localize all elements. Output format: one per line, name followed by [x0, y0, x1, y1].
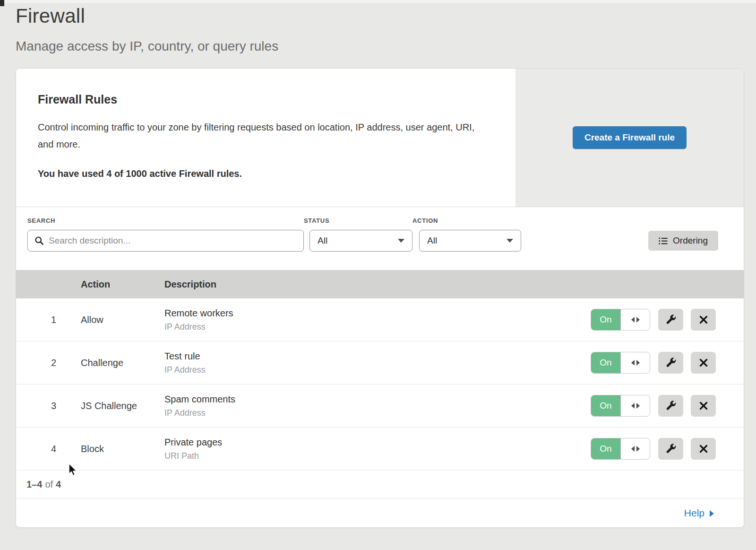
- rule-description: Private pages: [164, 437, 591, 448]
- edit-rule-button[interactable]: [658, 395, 683, 417]
- close-icon: [699, 401, 708, 410]
- toggle-arrows-icon: [621, 309, 650, 330]
- delete-rule-button[interactable]: [691, 352, 716, 374]
- rule-priority: 2: [26, 358, 81, 368]
- help-arrow-icon: [710, 510, 714, 517]
- firewall-rules-description: Control incoming traffic to your zone by…: [38, 119, 487, 153]
- action-selected-value: All: [427, 236, 437, 246]
- pagination-range: 1–4: [26, 479, 42, 490]
- status-selected-value: All: [318, 236, 327, 246]
- page-subtitle: Manage access by IP, country, or query r…: [16, 39, 756, 54]
- edit-rule-button[interactable]: [658, 309, 683, 331]
- card-footer: Help: [16, 498, 744, 527]
- rule-priority: 1: [26, 314, 81, 325]
- wrench-icon: [666, 358, 676, 368]
- pagination-of-label: of: [45, 479, 53, 490]
- toggle-arrows-icon: [621, 352, 650, 373]
- pagination-total: 4: [56, 479, 61, 490]
- edit-rule-button[interactable]: [658, 438, 683, 460]
- rule-match-type: IP Address: [164, 408, 591, 418]
- table-row: 1 Allow Remote workers IP Address On: [16, 298, 744, 341]
- toggle-on-label: On: [591, 395, 621, 416]
- ordering-icon: [659, 237, 668, 245]
- table-row: 2 Challenge Test rule IP Address On: [16, 341, 744, 384]
- rule-toggle[interactable]: On: [591, 309, 650, 331]
- toggle-arrows-icon: [621, 438, 650, 459]
- wrench-icon: [666, 401, 676, 411]
- search-label: SEARCH: [27, 217, 304, 224]
- close-icon: [699, 315, 708, 324]
- search-input[interactable]: [49, 236, 297, 246]
- wrench-icon: [666, 444, 676, 454]
- page-header: Firewall Manage access by IP, country, o…: [0, 0, 756, 54]
- edit-rule-button[interactable]: [658, 352, 683, 374]
- ordering-button-label: Ordering: [673, 236, 708, 246]
- toggle-arrows-icon: [621, 395, 650, 416]
- filter-bar: SEARCH STATUS All ACTION All: [16, 207, 744, 270]
- rule-description: Remote workers: [164, 308, 591, 319]
- search-icon: [34, 236, 44, 245]
- rule-toggle[interactable]: On: [591, 438, 650, 460]
- create-rule-panel: Create a Firewall rule: [515, 69, 744, 207]
- rule-action: Block: [81, 444, 164, 454]
- firewall-rules-usage: You have used 4 of 1000 active Firewall …: [38, 168, 497, 179]
- wrench-icon: [666, 314, 676, 325]
- firewall-rules-heading: Firewall Rules: [38, 93, 497, 106]
- pagination: 1–4 of 4: [16, 471, 744, 498]
- rule-toggle[interactable]: On: [591, 352, 650, 374]
- column-header-description: Description: [164, 279, 744, 290]
- column-header-action: Action: [81, 279, 164, 290]
- search-box[interactable]: [27, 230, 304, 252]
- firewall-rules-summary: Firewall Rules Control incoming traffic …: [16, 69, 744, 207]
- rule-action: Challenge: [81, 358, 164, 368]
- rule-match-type: URI Path: [164, 451, 591, 461]
- window-corner-notch: [0, 0, 4, 6]
- delete-rule-button[interactable]: [691, 309, 716, 331]
- rule-action: JS Challenge: [81, 401, 164, 411]
- delete-rule-button[interactable]: [691, 395, 716, 417]
- rule-match-type: IP Address: [164, 365, 591, 375]
- action-label: ACTION: [412, 217, 521, 224]
- rule-description: Test rule: [164, 351, 591, 362]
- create-firewall-rule-button[interactable]: Create a Firewall rule: [573, 126, 687, 149]
- dropdown-caret-icon: [507, 239, 513, 243]
- action-select[interactable]: All: [419, 230, 521, 252]
- delete-rule-button[interactable]: [691, 438, 716, 460]
- dropdown-caret-icon: [398, 239, 404, 243]
- close-icon: [699, 444, 708, 454]
- help-link-label: Help: [684, 507, 704, 519]
- help-link[interactable]: Help: [684, 507, 714, 519]
- status-label: STATUS: [304, 217, 412, 224]
- toggle-on-label: On: [591, 352, 621, 373]
- window-top-highlight: [0, 0, 756, 3]
- status-select[interactable]: All: [309, 230, 412, 252]
- toggle-on-label: On: [591, 438, 621, 459]
- table-header: Action Description: [16, 270, 744, 298]
- rule-priority: 4: [26, 444, 81, 454]
- toggle-on-label: On: [591, 309, 621, 330]
- close-icon: [699, 358, 708, 367]
- ordering-button[interactable]: Ordering: [648, 231, 718, 251]
- rule-description: Spam comments: [164, 394, 591, 405]
- rule-priority: 3: [26, 401, 81, 411]
- rule-toggle[interactable]: On: [591, 395, 650, 417]
- firewall-rules-card: Firewall Rules Control incoming traffic …: [16, 68, 744, 528]
- table-row: 4 Block Private pages URI Path On: [16, 428, 744, 471]
- table-row: 3 JS Challenge Spam comments IP Address …: [16, 384, 744, 428]
- rule-action: Allow: [81, 314, 164, 325]
- page-title: Firewall: [16, 5, 756, 27]
- rule-match-type: IP Address: [164, 322, 591, 332]
